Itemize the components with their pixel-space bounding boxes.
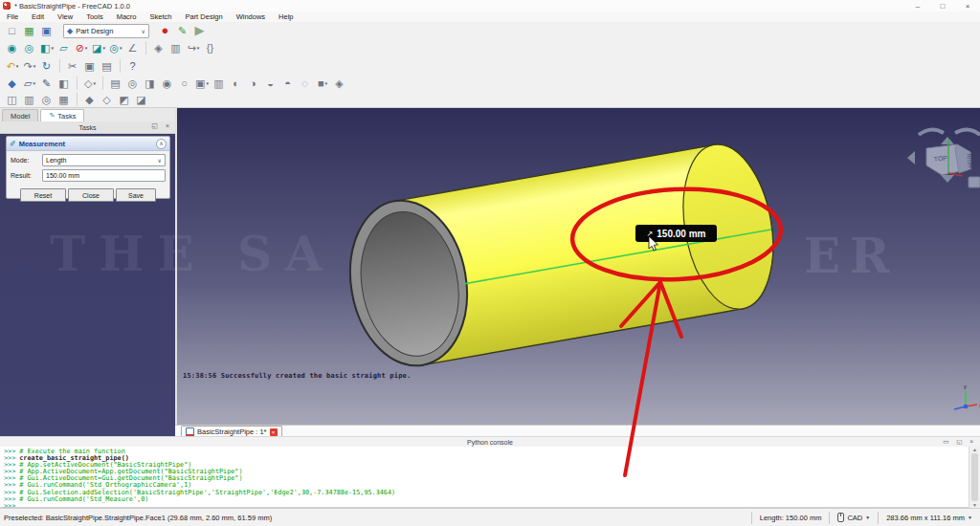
make-link-icon[interactable]: ◈ (151, 40, 167, 55)
menu-item[interactable]: Macro (110, 12, 144, 21)
additive-primitive-icon[interactable]: ▣▾ (194, 76, 210, 91)
python-console-title: Python console (467, 439, 513, 446)
expression-icon[interactable]: {} (203, 40, 218, 55)
save-document-icon[interactable]: ▣ (39, 23, 55, 38)
create-body-icon[interactable]: ◆ (5, 76, 20, 91)
polar-pattern-icon[interactable]: ◎ (39, 92, 55, 107)
thickness-icon[interactable]: ◪ (134, 92, 149, 107)
console-line: >>># Execute the main function (4, 449, 980, 455)
mini-cube-icon[interactable] (969, 177, 980, 187)
window-title: * BasicStraightPipe - FreeCAD 1.0.0 (14, 2, 130, 11)
partdesign-extra-icon[interactable]: ◈ (332, 76, 347, 91)
redo-icon[interactable]: ↷▾ (22, 58, 37, 74)
close-dialog-button[interactable]: Close (68, 188, 114, 202)
result-field[interactable]: 150.00 mm (42, 169, 166, 182)
zoom-fit-all-icon[interactable]: ◉ (5, 40, 20, 55)
macro-record-icon[interactable]: ● (158, 23, 173, 38)
mirrored-icon[interactable]: ◫ (5, 92, 20, 107)
macro-play-icon[interactable]: ▶ (192, 23, 208, 38)
console-scrollbar[interactable]: ▲ ▼ (969, 447, 980, 508)
status-bar: Preselected: BasicStraightPipe.StraightP… (0, 508, 980, 526)
refresh-icon[interactable]: ↻ (39, 58, 55, 74)
maximize-button[interactable]: □ (930, 0, 955, 11)
macro-edit-icon[interactable]: ✎ (175, 23, 190, 38)
draft-icon[interactable]: ◩ (117, 92, 132, 107)
menu-item[interactable]: View (51, 12, 79, 21)
console-window-icons[interactable]: ▭ ◱ × (943, 438, 976, 446)
revolution-icon[interactable]: ◎ (125, 76, 141, 91)
additive-pipe-icon[interactable]: ◉ (160, 76, 175, 91)
collapse-icon[interactable]: ∧ (156, 139, 167, 149)
close-button[interactable]: × (955, 0, 980, 11)
reset-button[interactable]: Reset (20, 188, 66, 202)
tab-close-icon[interactable]: × (270, 428, 278, 436)
tab-model[interactable]: Model (2, 109, 38, 121)
panel-window-icons[interactable]: ◱ × (151, 122, 172, 130)
toolbar-edit: ↶▾↷▾↻✂▣▤? (0, 56, 980, 75)
menu-item[interactable]: File (0, 12, 25, 21)
subtractive-loft-icon[interactable]: ◒ (263, 76, 278, 91)
groove-icon[interactable]: ◑ (246, 76, 261, 91)
additive-loft-icon[interactable]: ◨ (143, 76, 158, 91)
open-document-icon[interactable]: ▦ (22, 23, 37, 38)
toolbar-separator (120, 59, 121, 73)
result-label: Result: (11, 172, 42, 179)
measurement-tooltip: ↗ 150.00 mm (635, 225, 717, 242)
navigation-style-selector[interactable]: CAD ▼ (829, 512, 878, 524)
box-selection-icon[interactable]: ▱ (56, 40, 72, 55)
tab-tasks[interactable]: ✎ Tasks (40, 109, 84, 121)
dimensions-status[interactable]: 283.66 mm x 111.16 mm ▼ (878, 512, 980, 524)
map-sketch-icon[interactable]: ◧ (56, 76, 72, 91)
menu-item[interactable]: Windows (230, 12, 272, 21)
multitransform-icon[interactable]: ▦ (56, 92, 72, 107)
chamfer-icon[interactable]: ◇ (100, 92, 115, 107)
mouse-icon (837, 513, 844, 522)
workbench-icon: ◆ (67, 27, 73, 35)
measurement-dialog: ✐ Measurement ∧ Mode: Length ∨ Result: 1… (6, 136, 170, 199)
freecad-window: * BasicStraightPipe - FreeCAD 1.0.0 – □ … (0, 0, 980, 526)
draw-style-icon[interactable]: ◧▾ (39, 40, 55, 55)
scroll-up-icon[interactable]: ▲ (972, 447, 977, 452)
datum-icon[interactable]: ◇▾ (82, 76, 98, 91)
menu-item[interactable]: Edit (25, 12, 51, 21)
mode-label: Mode: (11, 157, 42, 164)
scroll-thumb[interactable] (971, 453, 978, 501)
zoom-selection-icon[interactable]: ◎ (22, 40, 37, 55)
mode-select[interactable]: Length ∨ (42, 154, 166, 166)
additive-helix-icon[interactable]: ○ (177, 76, 192, 91)
menu-item[interactable]: Part Design (178, 12, 229, 21)
minimize-button[interactable]: – (905, 0, 930, 11)
menu-item[interactable]: Tools (79, 12, 110, 21)
create-sketch-icon[interactable]: ▱▾ (22, 76, 37, 91)
document-icon (186, 427, 194, 437)
subtractive-pipe-icon[interactable]: ◓ (280, 76, 296, 91)
pad-icon[interactable]: ▤ (108, 76, 123, 91)
copy-icon[interactable]: ▣ (82, 58, 98, 74)
measurement-dialog-header[interactable]: ✐ Measurement ∧ (7, 137, 169, 151)
edit-sketch-icon[interactable]: ✎ (39, 76, 55, 91)
python-console[interactable]: >>># Execute the main function >>>create… (0, 447, 980, 508)
workbench-selector[interactable]: ◆ Part Design ∨ (63, 24, 149, 38)
navigation-stop-icon[interactable]: ⊘▾ (74, 40, 89, 55)
menu-item[interactable]: Sketch (144, 12, 179, 21)
hole-icon[interactable]: ◐ (229, 76, 244, 91)
undo-icon[interactable]: ↶▾ (5, 58, 20, 74)
save-button[interactable]: Save (116, 188, 156, 202)
linear-pattern-icon[interactable]: ▥ (22, 92, 37, 107)
cut-icon[interactable]: ✂ (65, 58, 80, 74)
tasks-panel-header: Tasks ◱ × (0, 121, 175, 134)
zoom-tools-icon[interactable]: ◎▾ (108, 40, 123, 55)
chevron-down-icon: ∨ (142, 28, 145, 34)
group-icon[interactable]: ▥ (168, 40, 184, 55)
whats-this-icon[interactable]: ? (125, 58, 141, 74)
export-icon[interactable]: ↪▾ (186, 40, 201, 55)
menu-item[interactable]: Help (272, 12, 300, 21)
paste-icon[interactable]: ▤ (100, 58, 115, 74)
view-isometric-icon[interactable]: ◪▾ (91, 40, 106, 55)
fillet-icon[interactable]: ◆ (82, 92, 98, 107)
new-document-icon[interactable]: □ (5, 23, 20, 38)
pocket-icon[interactable]: ▥ (212, 76, 227, 91)
subtractive-helix-icon[interactable]: ◌ (298, 76, 313, 91)
measure-icon[interactable]: ∠ (125, 40, 141, 55)
subtractive-primitive-icon[interactable]: ■▾ (315, 76, 330, 91)
